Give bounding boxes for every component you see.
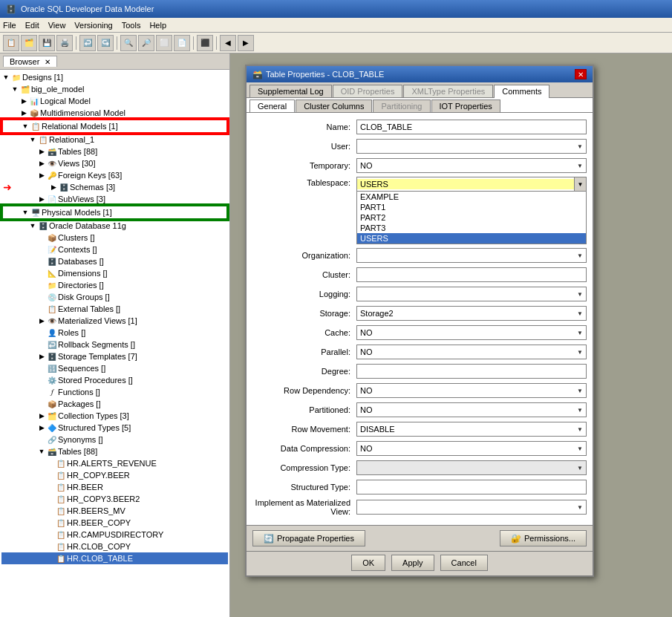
browser-tab[interactable]: Browser ✕ xyxy=(3,56,57,67)
tab-comments[interactable]: Comments xyxy=(494,85,549,98)
expand-tables[interactable]: ▶ xyxy=(37,147,46,156)
compression-type-select[interactable]: ▼ xyxy=(356,460,587,475)
list-item[interactable]: 📋 HR_COPY3.BEER2 xyxy=(1,493,228,505)
expand-multidim[interactable]: ▶ xyxy=(19,108,28,117)
tree-node-views[interactable]: ▶ 👁️ Views [30] xyxy=(1,157,228,169)
tree-node-logical[interactable]: ▶ 📊 Logical Model xyxy=(1,95,228,107)
expand-table-item-8[interactable] xyxy=(46,542,55,551)
toolbar-btn-12[interactable]: ◀ xyxy=(220,35,236,51)
list-item[interactable]: 📋 HR.BEER_COPY xyxy=(1,517,228,529)
tree-node-tables[interactable]: ▶ 🗃️ Tables [88] xyxy=(1,146,228,157)
toolbar-btn-2[interactable]: 🗂️ xyxy=(21,35,37,51)
structured-type-field[interactable] xyxy=(356,480,587,494)
list-item[interactable]: 📋 HR_COPY.BEER xyxy=(1,469,228,481)
tab-xmltype-properties[interactable]: XMLType Properties xyxy=(403,85,493,97)
propagate-properties-button[interactable]: 🔄 Propagate Properties xyxy=(252,530,365,546)
tree-node-schemas[interactable]: ▶ 🗄️ Schemas [3] xyxy=(13,181,228,193)
list-item-clob-table[interactable]: 📋 HR.CLOB_TABLE xyxy=(1,552,228,564)
tree-node-mat-views[interactable]: ▶ 👁️ Materialized Views [1] xyxy=(1,315,228,327)
data-compression-select[interactable]: NO ▼ xyxy=(356,441,587,456)
tablespace-option-example[interactable]: EXAMPLE xyxy=(357,192,586,202)
tablespace-option-part3[interactable]: PART3 xyxy=(357,223,586,233)
tree-node-functions[interactable]: 𝑓 Functions [] xyxy=(1,386,228,398)
expand-fk[interactable]: ▶ xyxy=(37,171,46,180)
toolbar-btn-9[interactable]: ⬜ xyxy=(156,35,172,51)
expand-table-item-5[interactable] xyxy=(46,506,55,515)
tab-oid-properties[interactable]: OID Properties xyxy=(333,85,403,97)
menu-versioning[interactable]: Versioning xyxy=(74,21,112,30)
expand-table-item-7[interactable] xyxy=(46,530,55,539)
dialog-close-button[interactable]: ✕ xyxy=(575,69,587,79)
tree-node-packages[interactable]: 📦 Packages [] xyxy=(1,398,228,410)
toolbar-btn-13[interactable]: ▶ xyxy=(238,35,254,51)
storage-select[interactable]: Storage2 ▼ xyxy=(356,306,587,321)
cancel-button[interactable]: Cancel xyxy=(440,555,488,571)
expand-clusters[interactable] xyxy=(37,233,46,242)
tablespace-option-part2[interactable]: PART2 xyxy=(357,212,586,223)
tree-container[interactable]: ▼ 📁 Designs [1] ▼ 🗂️ big_ole_model ▶ 📊 L… xyxy=(0,70,229,617)
expand-functions[interactable] xyxy=(37,388,46,396)
cache-select[interactable]: NO ▼ xyxy=(356,325,587,340)
expand-relational1[interactable]: ▼ xyxy=(28,135,37,144)
expand-table-item-3[interactable] xyxy=(46,483,55,492)
tree-node-storage-templates[interactable]: ▶ 🗄️ Storage Templates [7] xyxy=(1,350,228,362)
expand-databases[interactable] xyxy=(37,257,46,266)
expand-table-item-1[interactable] xyxy=(46,459,55,468)
toolbar-btn-6[interactable]: ↪️ xyxy=(97,35,114,51)
browser-tab-close[interactable]: ✕ xyxy=(45,58,50,66)
list-item[interactable]: 📋 HR.BEERS_MV xyxy=(1,505,228,517)
toolbar-btn-5[interactable]: ↩️ xyxy=(79,35,96,51)
row-dependency-select[interactable]: NO ▼ xyxy=(356,383,587,398)
menu-edit[interactable]: Edit xyxy=(25,21,39,30)
expand-synonyms[interactable] xyxy=(37,435,46,444)
toolbar-btn-8[interactable]: 🔎 xyxy=(138,35,154,51)
name-field[interactable] xyxy=(356,120,587,134)
parallel-select[interactable]: NO ▼ xyxy=(356,345,587,359)
tree-node-oracle-db[interactable]: ▼ 🗄️ Oracle Database 11g xyxy=(1,220,228,232)
expand-sequences[interactable] xyxy=(37,364,46,373)
tree-node-dimensions[interactable]: 📐 Dimensions [] xyxy=(1,267,228,279)
tree-node-synonyms[interactable]: 🔗 Synonyms [] xyxy=(1,434,228,445)
expand-table-item-6[interactable] xyxy=(46,518,55,527)
tree-node-relational-models[interactable]: ▼ 📋 Relational Models [1] xyxy=(1,119,228,134)
expand-roles[interactable] xyxy=(37,328,46,337)
tree-node-relational1[interactable]: ▼ 📋 Relational_1 xyxy=(1,134,228,146)
expand-table-item-2[interactable] xyxy=(46,471,55,480)
expand-mat-views[interactable]: ▶ xyxy=(37,316,46,325)
tab-general[interactable]: General xyxy=(249,99,295,112)
menu-tools[interactable]: Tools xyxy=(122,21,141,30)
tree-node-designs[interactable]: ▼ 📁 Designs [1] xyxy=(1,71,228,83)
organization-select[interactable]: ▼ xyxy=(356,248,587,263)
tree-node-disk-groups[interactable]: 💿 Disk Groups [] xyxy=(1,291,228,303)
tab-iot-properties[interactable]: IOT Properties xyxy=(431,99,500,112)
tree-node-roles[interactable]: 👤 Roles [] xyxy=(1,327,228,339)
tab-partitioning[interactable]: Partitioning xyxy=(373,99,430,112)
expand-oracle-db[interactable]: ▼ xyxy=(28,221,37,230)
cluster-select[interactable] xyxy=(356,267,587,282)
expand-relational[interactable]: ▼ xyxy=(21,122,30,131)
tree-node-rollback[interactable]: ↩️ Rollback Segments [] xyxy=(1,339,228,350)
tablespace-input[interactable]: USERS xyxy=(357,179,574,189)
expand-collection-types[interactable]: ▶ xyxy=(37,411,46,420)
expand-logical[interactable]: ▶ xyxy=(19,97,28,105)
expand-storage-templates[interactable]: ▶ xyxy=(37,352,46,361)
expand-schemas[interactable]: ▶ xyxy=(49,183,58,192)
tree-node-physical-models[interactable]: ▼ 🖥️ Physical Models [1] xyxy=(1,205,228,220)
expand-packages[interactable] xyxy=(37,399,46,408)
expand-directories[interactable] xyxy=(37,281,46,290)
toolbar-btn-7[interactable]: 🔍 xyxy=(120,35,137,51)
tree-node-structured-types[interactable]: ▶ 🔷 Structured Types [5] xyxy=(1,422,228,434)
tree-node-stored-procedures[interactable]: ⚙️ Stored Procedures [] xyxy=(1,374,228,386)
tablespace-option-part1[interactable]: PART1 xyxy=(357,202,586,212)
tree-node-multidim[interactable]: ▶ 📦 Multidimensional Model xyxy=(1,107,228,119)
tree-node-clusters[interactable]: 📦 Clusters [] xyxy=(1,232,228,244)
degree-field[interactable] xyxy=(356,364,587,379)
list-item[interactable]: 📋 HR.ALERTS_REVENUE xyxy=(1,457,228,469)
menu-file[interactable]: File xyxy=(3,21,16,30)
temporary-select[interactable]: NO ▼ xyxy=(356,158,587,173)
tree-node-subviews[interactable]: ▶ 📄 SubViews [3] xyxy=(1,193,228,205)
list-item[interactable]: 📋 HR.CLOB_COPY xyxy=(1,541,228,552)
row-movement-select[interactable]: DISABLE ▼ xyxy=(356,422,587,437)
expand-dimensions[interactable] xyxy=(37,269,46,278)
tree-node-databases[interactable]: 🗄️ Databases [] xyxy=(1,255,228,267)
